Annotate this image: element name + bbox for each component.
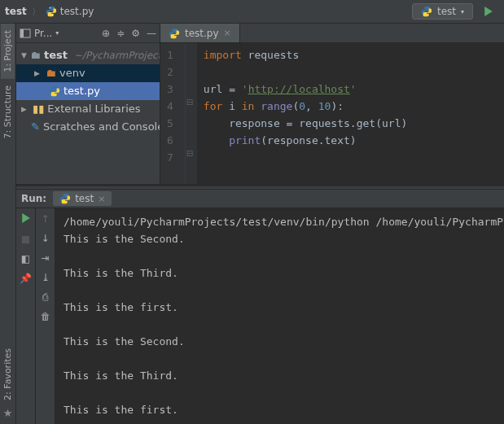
project-view-icon: [20, 28, 31, 39]
top-bar: test 〉 test.py test ▾: [0, 0, 504, 24]
console-output[interactable]: /home/youli/PycharmProjects/test/venv/bi…: [55, 208, 504, 424]
editor-tab-label: test.py: [185, 28, 219, 39]
tree-venv-label: venv: [59, 64, 85, 82]
run-controls: test ▾: [412, 3, 496, 20]
python-file-icon: [169, 28, 180, 39]
tree-external-libs[interactable]: ▶ ▮▮ External Libraries: [16, 100, 160, 118]
collapse-toggle-icon[interactable]: ▼: [21, 46, 27, 64]
locate-icon[interactable]: ⊕: [102, 28, 110, 39]
library-icon: ▮▮: [33, 100, 44, 118]
minimize-icon[interactable]: —: [147, 28, 156, 39]
tree-root-path: ~/PycharmProjects/test: [74, 46, 160, 64]
project-panel-header: Pr... ▾ ⊕ ≑ ⚙ —: [16, 24, 160, 43]
collapse-icon[interactable]: ≑: [116, 28, 125, 39]
breadcrumb-project-label: test: [5, 6, 27, 17]
print-button[interactable]: ⎙: [42, 291, 48, 303]
close-icon[interactable]: ×: [224, 28, 231, 38]
editor-tab-testpy[interactable]: test.py ×: [160, 24, 240, 42]
python-icon: [59, 193, 71, 204]
pin-button[interactable]: 📌: [20, 273, 32, 284]
breadcrumb-file-label: test.py: [60, 6, 94, 17]
stop-button[interactable]: ■: [21, 234, 30, 245]
tree-scratches-label: Scratches and Consoles: [43, 118, 160, 136]
chevron-down-icon: ▾: [461, 8, 464, 15]
svg-point-1: [52, 15, 53, 15]
play-icon: [484, 7, 493, 16]
project-tree[interactable]: ▼ 🖿 test ~/PycharmProjects/test ▶ 🖿 venv…: [16, 43, 160, 139]
sidebar-tab-project[interactable]: 1: Project: [1, 24, 15, 79]
run-button[interactable]: [481, 4, 496, 19]
run-toolbar-secondary: ↑ ↓ ⇥ ⤓ ⎙ 🗑: [36, 208, 55, 424]
code-area[interactable]: import requests url = 'http://localhost'…: [197, 43, 414, 184]
run-toolbar-primary: ■ ◧ 📌: [16, 208, 36, 424]
close-icon[interactable]: ×: [98, 194, 105, 204]
scratches-icon: ✎: [31, 118, 40, 136]
expand-toggle-icon[interactable]: ▶: [34, 64, 42, 82]
python-file-icon: [49, 85, 60, 97]
run-tab-test[interactable]: test ×: [53, 191, 112, 206]
svg-rect-3: [20, 29, 24, 37]
sidebar-tab-structure[interactable]: 7: Structure: [1, 79, 15, 145]
up-button[interactable]: ↑: [41, 213, 49, 225]
tree-extlib-label: External Libraries: [47, 100, 140, 118]
fold-start-icon[interactable]: ⊟: [186, 98, 193, 107]
project-panel-title-text: Pr...: [34, 28, 52, 39]
folder-icon: 🖿: [30, 46, 41, 64]
editor-body[interactable]: 1 2 3 4 5 6 7 ⊟ ⊟ import requests url = …: [160, 43, 504, 184]
editor-tabs: test.py ×: [160, 24, 504, 43]
left-tool-stripe: 1: Project 7: Structure 2: Favorites ★: [0, 24, 16, 424]
editor-panel: test.py × 1 2 3 4 5 6 7 ⊟ ⊟ import reque…: [160, 24, 504, 184]
scroll-end-button[interactable]: ⤓: [42, 272, 50, 283]
main-split: Pr... ▾ ⊕ ≑ ⚙ — ▼ 🖿 test ~/PycharmProjec…: [16, 24, 504, 186]
trash-button[interactable]: 🗑: [41, 311, 50, 322]
breadcrumb-project[interactable]: test: [5, 6, 27, 17]
run-config-selector[interactable]: test ▾: [412, 3, 473, 20]
run-tab-label: test: [75, 193, 94, 204]
tree-root-label: test: [44, 46, 68, 64]
rerun-button[interactable]: [21, 213, 31, 225]
project-panel-title[interactable]: Pr... ▾: [20, 28, 99, 39]
run-config-label: test: [437, 6, 456, 17]
fold-end-icon[interactable]: ⊟: [186, 149, 193, 158]
tree-scratches[interactable]: ✎ Scratches and Consoles: [16, 118, 160, 136]
svg-point-0: [49, 7, 50, 8]
tree-root[interactable]: ▼ 🖿 test ~/PycharmProjects/test: [16, 46, 160, 64]
tree-file-testpy[interactable]: test.py: [16, 82, 160, 100]
fold-gutter: ⊟ ⊟: [186, 43, 197, 184]
tree-file-label: test.py: [64, 82, 100, 100]
gear-icon[interactable]: ⚙: [131, 28, 140, 39]
sidebar-tab-favorites[interactable]: 2: Favorites: [1, 342, 15, 407]
python-icon: [421, 6, 432, 17]
run-header: Run: test ×: [16, 189, 504, 208]
softwrap-button[interactable]: ⇥: [41, 252, 49, 264]
breadcrumb-file[interactable]: test.py: [46, 6, 94, 17]
chevron-right-icon: 〉: [32, 6, 41, 18]
tree-venv[interactable]: ▶ 🖿 venv: [16, 64, 160, 82]
run-tool-window: Run: test × ■ ◧ 📌 ↑ ↓ ⇥ ⤓ ⎙ 🗑 /home/youl…: [16, 189, 504, 424]
line-gutter: 1 2 3 4 5 6 7: [160, 43, 186, 184]
expand-toggle-icon[interactable]: ▶: [21, 100, 29, 118]
layout-button[interactable]: ◧: [21, 253, 30, 264]
chevron-down-icon: ▾: [55, 29, 59, 37]
run-title: Run:: [21, 193, 46, 204]
run-body: ■ ◧ 📌 ↑ ↓ ⇥ ⤓ ⎙ 🗑 /home/youli/PycharmPro…: [16, 208, 504, 424]
python-file-icon: [46, 6, 57, 17]
folder-icon: 🖿: [46, 64, 56, 82]
star-icon: ★: [3, 407, 13, 419]
project-panel: Pr... ▾ ⊕ ≑ ⚙ — ▼ 🖿 test ~/PycharmProjec…: [16, 24, 160, 184]
breadcrumb: test 〉 test.py: [5, 6, 94, 18]
down-button[interactable]: ↓: [41, 233, 49, 244]
